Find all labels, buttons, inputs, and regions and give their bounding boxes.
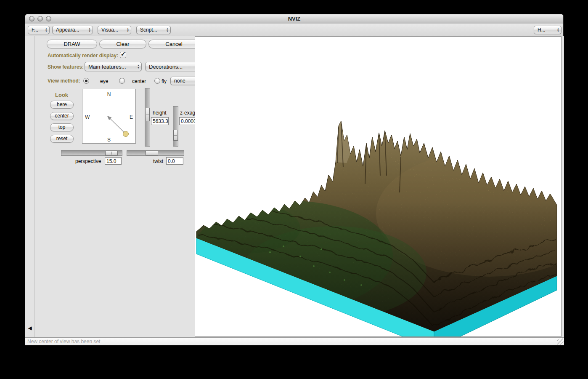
window-content: DRAW Clear Cancel Automatically render d… <box>25 36 564 337</box>
menu-help-label: H... <box>538 27 546 33</box>
view-method-fly-label: fly <box>162 78 167 84</box>
twist-value-field[interactable]: 0.0 <box>166 157 183 165</box>
status-message: New center of view has been set <box>27 339 100 344</box>
window-title: NVIZ <box>25 16 563 22</box>
height-label: height <box>153 110 167 116</box>
popup-arrows-icon <box>127 27 129 32</box>
menu-appearance-label: Appeara... <box>56 27 79 33</box>
menu-visualize-label: Visua... <box>101 27 118 33</box>
popup-arrows-icon <box>45 27 48 32</box>
main-features-label: Main features... <box>88 64 126 70</box>
view-method-fly-radio[interactable] <box>154 78 160 84</box>
perspective-slider-track[interactable] <box>61 150 122 156</box>
decorations-dropdown[interactable]: Decorations... <box>145 62 200 71</box>
terrain-3d-view <box>195 37 561 336</box>
auto-render-checkbox[interactable] <box>120 52 126 58</box>
compass-south-label: S <box>107 137 111 143</box>
clear-button[interactable]: Clear <box>99 40 146 48</box>
height-value-field[interactable]: 5633.3 <box>151 117 169 125</box>
menu-visualize[interactable]: Visua... <box>98 26 131 34</box>
view-method-eye-radio[interactable] <box>83 78 89 84</box>
menu-scripting[interactable]: Script... <box>136 26 171 34</box>
checkmark-icon <box>121 51 126 57</box>
render-canvas[interactable] <box>195 36 562 337</box>
desktop: { "window": { "title": "NVIZ" }, "menuba… <box>0 0 588 379</box>
collapse-panel-arrow-icon[interactable] <box>26 325 33 331</box>
zexag-label: z-exag <box>180 110 195 116</box>
status-bar: New center of view has been set <box>25 337 564 345</box>
title-bar[interactable]: NVIZ <box>25 14 563 24</box>
popup-arrows-icon <box>557 27 559 32</box>
cancel-button[interactable]: Cancel <box>148 40 199 48</box>
auto-render-label: Automatically render display: <box>48 53 118 59</box>
view-method-label: View method: <box>48 78 80 84</box>
perspective-slider-handle[interactable] <box>105 151 118 155</box>
look-center-button[interactable]: center <box>50 112 74 120</box>
show-features-label: Show features: <box>48 64 84 70</box>
perspective-label: perspective <box>75 158 101 164</box>
control-panel: DRAW Clear Cancel Automatically render d… <box>34 36 195 337</box>
popup-arrows-icon <box>166 27 169 32</box>
menu-scripting-label: Script... <box>140 27 157 33</box>
height-slider-track[interactable] <box>145 88 150 147</box>
menu-file-label: F... <box>32 27 38 33</box>
compass-north-label: N <box>107 91 111 97</box>
look-reset-button[interactable]: reset <box>50 135 74 143</box>
menu-file[interactable]: F... <box>28 26 50 34</box>
look-here-button[interactable]: here <box>50 101 74 109</box>
twist-label: twist <box>153 158 163 164</box>
resize-grip[interactable] <box>557 339 564 345</box>
compass-east-label: E <box>130 114 133 120</box>
view-method-center-radio[interactable] <box>119 78 125 84</box>
look-label: Look <box>55 92 68 98</box>
menu-appearance[interactable]: Appeara... <box>52 26 93 34</box>
eye-position-marker[interactable] <box>123 131 129 137</box>
main-features-dropdown[interactable]: Main features... <box>85 62 142 71</box>
view-method-center-label: center <box>132 78 146 84</box>
perspective-value-field[interactable]: 15.0 <box>105 157 122 165</box>
popup-arrows-icon <box>137 64 140 69</box>
fly-mode-label: none <box>174 78 185 84</box>
draw-button[interactable]: DRAW <box>47 40 97 48</box>
menu-bar: F... Appeara... Visua... Script... H... <box>25 24 563 36</box>
terrain-graphic <box>195 37 561 336</box>
view-direction-arrow <box>108 116 126 134</box>
twist-slider-track[interactable] <box>127 150 184 156</box>
zexag-slider-handle[interactable] <box>173 130 178 141</box>
twist-slider-handle[interactable] <box>146 151 158 155</box>
decorations-label: Decorations... <box>149 64 183 70</box>
height-slider-handle[interactable] <box>145 108 150 121</box>
nviz-window: NVIZ F... Appeara... Visua... Script... … <box>25 14 564 345</box>
compass-west-label: W <box>85 114 90 120</box>
view-position-control[interactable]: N S W E <box>82 89 136 144</box>
compass-graphic: N S W E <box>82 89 135 143</box>
zexag-slider-track[interactable] <box>173 106 178 147</box>
look-top-button[interactable]: top <box>50 123 74 131</box>
menu-help[interactable]: H... <box>534 26 562 34</box>
view-method-eye-label: eye <box>100 78 108 84</box>
side-strip <box>25 36 34 337</box>
popup-arrows-icon <box>88 27 91 32</box>
